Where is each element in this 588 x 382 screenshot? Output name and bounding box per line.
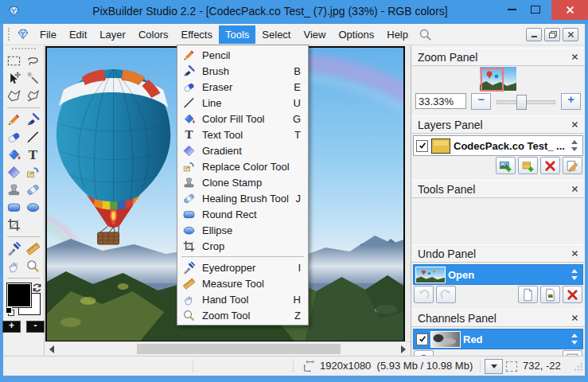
tool-pencil[interactable] [6,111,23,128]
zoom-slider[interactable] [496,94,556,109]
menu-item-healing-brush[interactable]: Healing Brush ToolJ [177,190,308,206]
scroll-right-arrow[interactable] [396,342,411,356]
mdi-restore-button[interactable] [544,28,560,41]
menu-item-pencil[interactable]: Pencil [177,47,308,63]
zoom-plus-button[interactable]: + [561,93,581,110]
close-icon[interactable] [571,185,578,193]
tool-eyedropper[interactable] [6,240,23,257]
menu-colors[interactable]: Colors [132,25,175,44]
snapshot-from-state-button[interactable] [540,286,560,303]
maximize-button[interactable] [524,0,547,19]
scroll-left-arrow[interactable] [45,342,59,356]
default-colors-icon[interactable] [6,307,14,316]
layer-row[interactable]: CodecPack.co Test_ ... [413,135,583,156]
tool-replace-color[interactable] [25,164,42,181]
menu-item-hand[interactable]: Hand ToolH [177,291,308,307]
status-dropdown-button[interactable] [485,359,503,374]
tool-polygon-lasso[interactable] [25,88,42,104]
menu-item-clone-stamp[interactable]: Clone Stamp [177,174,308,190]
spin-up-icon[interactable] [571,269,578,273]
menu-effects[interactable]: Effects [174,25,219,44]
menu-item-brush[interactable]: BrushB [177,63,308,79]
swap-colors-icon[interactable] [32,283,42,294]
tool-healing-brush[interactable] [25,181,42,198]
spin-down-icon[interactable] [571,276,578,280]
menu-item-round-rect[interactable]: Round Rect [177,206,308,222]
menu-item-eraser[interactable]: EraserE [177,79,308,95]
add-layer-button[interactable] [518,157,538,174]
tool-rect-select[interactable] [6,53,23,69]
menu-item-text[interactable]: Text ToolT [177,127,308,142]
tool-text[interactable] [25,146,42,163]
tool-measure[interactable] [25,240,42,257]
close-icon[interactable] [571,314,578,322]
spin-down-icon[interactable] [571,341,578,345]
close-icon[interactable] [571,121,578,128]
zoom-value-input[interactable] [415,93,466,109]
menu-file[interactable]: File [33,25,63,44]
tool-polygon-select[interactable] [6,88,23,104]
tool-line[interactable] [25,129,42,146]
new-snapshot-button[interactable] [518,286,538,303]
redo-button[interactable] [436,286,456,303]
menu-item-color-fill[interactable]: Color Fill ToolG [177,111,308,127]
menubar-grip[interactable] [8,28,10,41]
resize-grip[interactable] [573,361,583,374]
delete-state-button[interactable] [563,286,582,303]
menu-options[interactable]: Options [332,25,380,44]
zoom-in-button[interactable]: + [2,321,21,333]
toolbar-grip[interactable] [12,48,36,49]
tool-clone-stamp[interactable] [6,181,23,198]
slider-thumb[interactable] [516,95,527,110]
zoom-out-button[interactable]: - [26,321,45,333]
zoom-minus-button[interactable]: − [471,93,491,110]
menu-tools[interactable]: Tools [219,25,255,44]
undo-history-row[interactable]: Open [413,264,583,285]
layer-visibility-checkbox[interactable] [416,140,428,152]
layer-properties-button[interactable] [563,157,582,174]
tool-crop[interactable] [6,216,23,233]
close-icon[interactable] [571,53,578,60]
menu-item-replace-color[interactable]: Replace Color Tool [177,158,308,174]
menu-edit[interactable]: Edit [63,25,93,44]
delete-layer-button[interactable] [540,157,560,174]
menu-item-measure[interactable]: Measure Tool [177,275,308,291]
foreground-color-swatch[interactable] [7,283,31,307]
undo-button[interactable] [414,286,434,303]
tool-brush[interactable] [25,111,42,128]
tool-hand[interactable] [6,258,23,275]
tool-magic-wand[interactable] [25,70,42,87]
channel-row[interactable]: Red [413,329,583,349]
scrollbar-thumb[interactable] [137,344,341,354]
close-icon[interactable] [571,250,578,257]
tool-move[interactable] [6,70,23,87]
menu-item-gradient[interactable]: Gradient [177,142,308,158]
tool-ellipse[interactable] [25,199,42,216]
tool-lasso[interactable] [25,53,42,69]
menu-item-eyedropper[interactable]: EyedropperI [177,259,308,275]
menu-item-crop[interactable]: Crop [177,238,308,254]
tool-zoom[interactable] [25,258,42,275]
minimize-button[interactable] [500,0,523,19]
spin-down-icon[interactable] [571,147,578,151]
tool-eraser[interactable] [6,129,23,146]
menu-item-line[interactable]: LineU [177,95,308,111]
channel-visibility-check[interactable] [416,333,428,345]
menu-item-ellipse[interactable]: Ellipse [177,222,308,238]
zoom-view-rect[interactable] [481,68,504,92]
menu-layer[interactable]: Layer [93,25,132,44]
tool-color-fill[interactable] [6,146,23,163]
spin-up-icon[interactable] [571,140,578,144]
menu-item-zoom[interactable]: Zoom ToolZ [177,307,308,323]
mdi-close-button[interactable] [563,28,578,41]
menu-help[interactable]: Help [380,25,415,44]
search-icon[interactable] [419,28,432,41]
horizontal-scrollbar[interactable] [45,341,411,356]
spin-up-icon[interactable] [571,333,578,337]
menu-view[interactable]: View [297,25,332,44]
close-button[interactable] [551,0,588,20]
tool-gradient[interactable] [6,164,23,181]
add-image-layer-button[interactable] [496,157,516,174]
mdi-minimize-button[interactable] [526,28,542,41]
menu-select[interactable]: Select [255,25,297,44]
